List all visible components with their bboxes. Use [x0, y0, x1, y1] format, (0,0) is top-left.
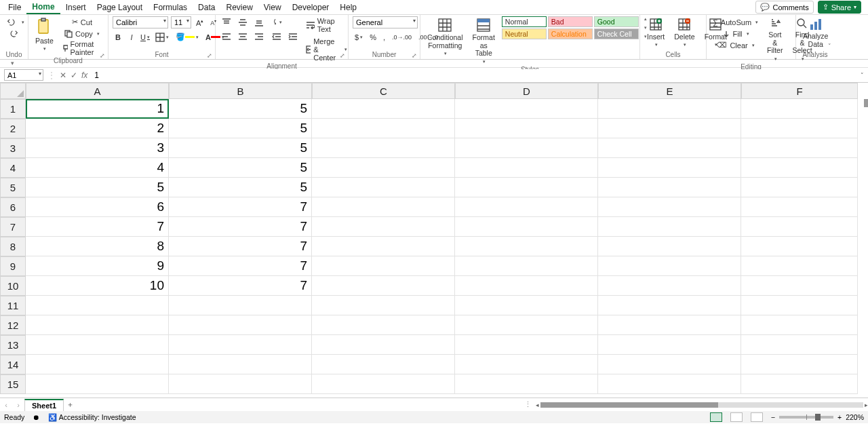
- vertical-scrollbar[interactable]: [863, 83, 868, 398]
- clear-button[interactable]: ⌫Clear▾: [711, 39, 760, 51]
- name-box[interactable]: [4, 69, 43, 81]
- column-header-C[interactable]: C: [312, 83, 455, 99]
- view-normal-button[interactable]: [710, 412, 722, 422]
- cell-C3[interactable]: [312, 138, 455, 158]
- bold-button[interactable]: B: [113, 31, 123, 43]
- accounting-format-button[interactable]: $▾: [353, 31, 365, 43]
- style-good[interactable]: Good: [594, 16, 639, 27]
- cell-B15[interactable]: [169, 374, 312, 394]
- cell-E13[interactable]: [598, 335, 741, 355]
- cell-B6[interactable]: 7: [169, 197, 312, 217]
- cancel-formula-icon[interactable]: ✕: [60, 71, 66, 80]
- cell-E12[interactable]: [598, 315, 741, 335]
- cell-F12[interactable]: [741, 315, 858, 335]
- column-header-E[interactable]: E: [598, 83, 741, 99]
- fill-button[interactable]: Fill▾: [711, 28, 760, 39]
- cell-B1[interactable]: 5: [169, 99, 312, 119]
- cell-D6[interactable]: [455, 197, 598, 217]
- cell-C4[interactable]: [312, 158, 455, 178]
- cell-C10[interactable]: [312, 276, 455, 296]
- select-all-corner[interactable]: [0, 83, 26, 99]
- row-header-3[interactable]: 3: [0, 138, 26, 158]
- style-check-cell[interactable]: Check Cell: [594, 28, 639, 39]
- sort-filter-button[interactable]: Sort & Filter▾: [764, 16, 785, 63]
- horizontal-scrollbar[interactable]: ◂ ▸: [536, 402, 868, 408]
- cell-B12[interactable]: [169, 315, 312, 335]
- underline-button[interactable]: U▾: [140, 31, 151, 43]
- cell-B9[interactable]: 7: [169, 256, 312, 276]
- insert-cells-button[interactable]: Insert▾: [644, 16, 667, 49]
- cell-F14[interactable]: [741, 355, 858, 374]
- cell-F6[interactable]: [741, 197, 858, 217]
- cell-F15[interactable]: [741, 374, 858, 394]
- cell-C8[interactable]: [312, 237, 455, 256]
- view-page-layout-button[interactable]: [730, 412, 743, 422]
- cell-E10[interactable]: [598, 276, 741, 296]
- cell-A2[interactable]: 2: [26, 119, 169, 138]
- cell-D14[interactable]: [455, 355, 598, 374]
- cell-F11[interactable]: [741, 296, 858, 315]
- column-header-F[interactable]: F: [741, 83, 858, 99]
- cell-D9[interactable]: [455, 256, 598, 276]
- cell-A11[interactable]: [26, 296, 169, 315]
- number-format-select[interactable]: [353, 16, 418, 28]
- cell-D4[interactable]: [455, 158, 598, 178]
- cell-A12[interactable]: [26, 315, 169, 335]
- zoom-in-button[interactable]: +: [837, 413, 842, 421]
- row-header-7[interactable]: 7: [0, 217, 26, 237]
- align-bottom-button[interactable]: [252, 16, 266, 28]
- conditional-formatting-button[interactable]: Conditional Formatting▾: [425, 16, 466, 58]
- align-top-button[interactable]: [220, 16, 233, 28]
- cell-D15[interactable]: [455, 374, 598, 394]
- cell-F13[interactable]: [741, 335, 858, 355]
- cell-B3[interactable]: 5: [169, 138, 312, 158]
- cell-D10[interactable]: [455, 276, 598, 296]
- font-name-select[interactable]: [113, 16, 168, 28]
- row-header-13[interactable]: 13: [0, 335, 26, 355]
- cell-D12[interactable]: [455, 315, 598, 335]
- tab-help[interactable]: Help: [334, 1, 362, 14]
- cell-C2[interactable]: [312, 119, 455, 138]
- fill-color-button[interactable]: 🪣▾: [174, 31, 201, 43]
- cell-A7[interactable]: 7: [26, 217, 169, 237]
- cell-F5[interactable]: [741, 178, 858, 197]
- cell-F10[interactable]: [741, 276, 858, 296]
- row-header-1[interactable]: 1: [0, 99, 26, 119]
- row-header-4[interactable]: 4: [0, 158, 26, 178]
- formula-bar-expand[interactable]: ˅: [861, 72, 864, 79]
- cell-B8[interactable]: 7: [169, 237, 312, 256]
- cell-E11[interactable]: [598, 296, 741, 315]
- style-neutral[interactable]: Neutral: [502, 28, 547, 39]
- undo-dropdown[interactable]: ▾: [22, 20, 24, 25]
- cell-A14[interactable]: [26, 355, 169, 374]
- row-header-14[interactable]: 14: [0, 355, 26, 374]
- cell-C6[interactable]: [312, 197, 455, 217]
- tab-review[interactable]: Review: [220, 1, 258, 14]
- cell-E1[interactable]: [598, 99, 741, 119]
- cell-D7[interactable]: [455, 217, 598, 237]
- cell-D5[interactable]: [455, 178, 598, 197]
- tab-view[interactable]: View: [258, 1, 287, 14]
- split-handle[interactable]: ⋮: [524, 400, 532, 409]
- cell-A5[interactable]: 5: [26, 178, 169, 197]
- cut-button[interactable]: ✂Cut: [60, 16, 104, 28]
- cell-E9[interactable]: [598, 256, 741, 276]
- cell-A6[interactable]: 6: [26, 197, 169, 217]
- cell-E15[interactable]: [598, 374, 741, 394]
- cell-E5[interactable]: [598, 178, 741, 197]
- cell-F1[interactable]: [741, 99, 858, 119]
- share-button[interactable]: ⇪Share▾: [818, 1, 861, 14]
- cell-B2[interactable]: 5: [169, 119, 312, 138]
- number-launcher[interactable]: ⤢: [410, 52, 418, 59]
- font-size-select[interactable]: [171, 16, 191, 28]
- column-header-D[interactable]: D: [455, 83, 598, 99]
- cell-D11[interactable]: [455, 296, 598, 315]
- italic-button[interactable]: I: [126, 31, 137, 43]
- row-header-6[interactable]: 6: [0, 197, 26, 217]
- cell-E3[interactable]: [598, 138, 741, 158]
- grow-font-button[interactable]: A▴: [194, 17, 205, 28]
- ribbon-collapse-button[interactable]: ˅: [827, 43, 833, 50]
- tab-home[interactable]: Home: [26, 1, 60, 14]
- hscroll-left[interactable]: ◂: [536, 402, 539, 408]
- cell-D13[interactable]: [455, 335, 598, 355]
